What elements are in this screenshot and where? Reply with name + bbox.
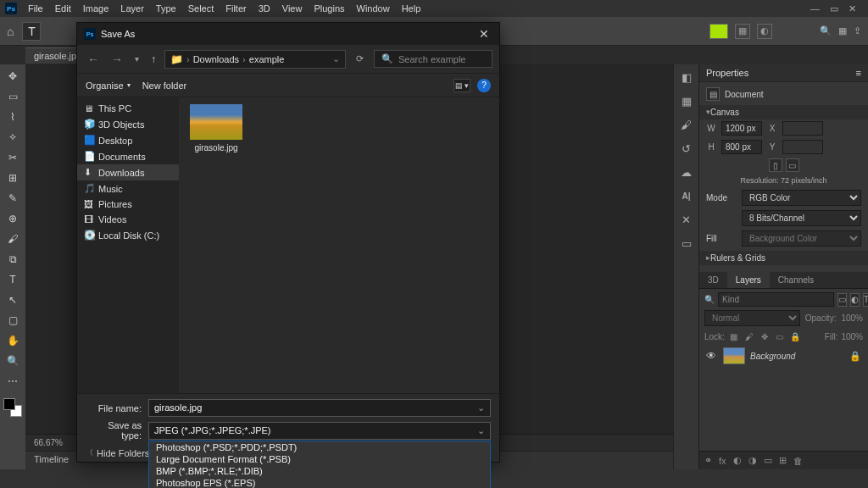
canvas-section[interactable]: Canvas [699, 105, 868, 119]
portrait-icon[interactable]: ▯ [769, 158, 782, 172]
zoom-level[interactable]: 66.67% [34, 438, 63, 447]
lasso-tool-icon[interactable]: ⌇ [3, 108, 22, 125]
text-tool-icon[interactable]: T [22, 22, 41, 41]
tab-3d[interactable]: 3D [699, 272, 727, 288]
properties-panel-header[interactable]: Properties≡ [699, 64, 868, 82]
move-tool-icon[interactable]: ✥ [3, 68, 22, 85]
chevron-down-icon[interactable]: ⌄ [477, 402, 485, 413]
actions-panel-icon[interactable]: ▭ [679, 236, 694, 251]
up-icon[interactable]: ↑ [147, 53, 159, 65]
lock-artboard-icon[interactable]: ▭ [774, 330, 786, 342]
brush-tool-icon[interactable]: 🖌 [3, 230, 22, 247]
menu-filter[interactable]: Filter [220, 2, 252, 15]
layer-filter-field[interactable] [718, 292, 834, 307]
group-icon[interactable]: ▭ [764, 455, 772, 466]
recent-icon[interactable]: ▾ [131, 54, 142, 64]
tab-layers[interactable]: Layers [727, 272, 770, 288]
history-panel-icon[interactable]: ↺ [679, 141, 694, 156]
more-tool-icon[interactable]: ⋯ [3, 373, 22, 390]
minimize-icon[interactable]: — [810, 3, 820, 14]
opacity-value[interactable]: 100% [841, 313, 863, 323]
format-option[interactable]: Photoshop EPS (*.EPS) [149, 477, 490, 489]
brushes-panel-icon[interactable]: 🖌 [679, 117, 694, 132]
share-icon[interactable]: ⇪ [854, 25, 861, 36]
type-tool-icon[interactable]: T [3, 271, 22, 288]
menu-help[interactable]: Help [396, 2, 427, 15]
tree-node-videos[interactable]: 🎞Videos [77, 212, 179, 227]
format-option[interactable]: BMP (*.BMP;*.RLE;*.DIB) [149, 465, 490, 477]
hide-folders-button[interactable]: 〈Hide Folders [86, 444, 149, 462]
organise-menu[interactable]: Organise▾ [86, 80, 131, 91]
menu-plugins[interactable]: Plugins [308, 2, 350, 15]
home-icon[interactable]: ⌂ [7, 25, 14, 38]
menu-view[interactable]: View [276, 2, 309, 15]
y-field[interactable] [782, 140, 823, 154]
layer-row[interactable]: 👁 Background 🔒 [704, 345, 863, 367]
close-icon[interactable]: ✕ [849, 3, 856, 14]
menu-window[interactable]: Window [351, 2, 396, 15]
panel-menu-icon[interactable]: ≡ [856, 68, 861, 78]
menu-layer[interactable]: Layer [114, 2, 150, 15]
back-icon[interactable]: ← [84, 53, 103, 66]
tree-node-local-disk-c-[interactable]: 💽Local Disk (C:) [77, 227, 179, 243]
width-field[interactable] [721, 121, 762, 136]
filename-field[interactable]: girasole.jpg⌄ [148, 399, 491, 417]
tab-channels[interactable]: Channels [770, 272, 822, 288]
delete-icon[interactable]: 🗑 [793, 456, 803, 466]
fill-select[interactable]: Background Color [742, 230, 861, 247]
chevron-down-icon[interactable]: ⌄ [477, 425, 485, 436]
marquee-tool-icon[interactable]: ▭ [3, 88, 22, 105]
breadcrumb-item[interactable]: example [249, 54, 285, 64]
tree-node-documents[interactable]: 📄Documents [77, 148, 179, 164]
menu-3d[interactable]: 3D [253, 2, 276, 15]
color-swatches[interactable] [3, 398, 22, 417]
adjustments-panel-icon[interactable]: ✕ [679, 212, 694, 227]
savetype-field[interactable]: JPEG (*.JPG;*.JPEG;*.JPE)⌄ [148, 422, 491, 440]
rulers-section[interactable]: Rulers & Grids [699, 251, 868, 265]
height-field[interactable] [721, 140, 762, 154]
zoom-tool-icon[interactable]: 🔍 [3, 352, 22, 369]
tree-node-pictures[interactable]: 🖼Pictures [77, 197, 179, 212]
swatches-panel-icon[interactable]: ▦ [679, 93, 694, 108]
menu-file[interactable]: File [22, 2, 49, 15]
x-field[interactable] [782, 121, 823, 136]
link-layers-icon[interactable]: ⚭ [704, 455, 712, 466]
filter-type-icon[interactable]: T [863, 293, 868, 307]
tree-node-desktop[interactable]: 🟦Desktop [77, 132, 179, 148]
breadcrumb-item[interactable]: Downloads [193, 54, 239, 64]
crop-tool-icon[interactable]: ✂ [3, 149, 22, 166]
tree-node-music[interactable]: 🎵Music [77, 180, 179, 197]
color-panel-icon[interactable]: ◧ [679, 69, 694, 85]
path-tool-icon[interactable]: ↖ [3, 291, 22, 308]
menu-select[interactable]: Select [182, 2, 220, 15]
tree-node-3d-objects[interactable]: 🧊3D Objects [77, 116, 179, 132]
forward-icon[interactable]: → [108, 53, 126, 66]
lock-pixels-icon[interactable]: ▦ [728, 330, 740, 342]
refresh-icon[interactable]: ⟳ [351, 53, 369, 64]
hand-tool-icon[interactable]: ✋ [3, 332, 22, 349]
filter-icon[interactable]: 🔍 [704, 295, 715, 304]
libraries-panel-icon[interactable]: ☁ [679, 164, 694, 180]
search-icon[interactable]: 🔍 [820, 25, 832, 36]
mask-mode-icon[interactable]: ◐ [757, 24, 772, 39]
3d-mode-icon[interactable]: ▦ [735, 24, 750, 39]
filter-type-icon[interactable]: ▭ [837, 293, 847, 307]
close-icon[interactable]: ✕ [476, 27, 492, 41]
character-panel-icon[interactable]: A| [679, 188, 694, 203]
stamp-tool-icon[interactable]: ⧉ [3, 251, 22, 268]
visibility-icon[interactable]: 👁 [706, 350, 718, 362]
view-mode-icon[interactable]: ▤ ▾ [453, 79, 470, 92]
format-option[interactable]: Photoshop (*.PSD;*.PDD;*.PSDT) [149, 441, 490, 453]
tree-node-downloads[interactable]: ⬇Downloads [77, 164, 179, 180]
foreground-swatch[interactable] [3, 398, 15, 410]
lock-all-icon[interactable]: 🔒 [789, 330, 801, 342]
heal-tool-icon[interactable]: ⊕ [3, 210, 22, 227]
mode-select[interactable]: RGB Color [742, 190, 861, 206]
color-chip[interactable] [709, 24, 728, 39]
new-folder-button[interactable]: New folder [142, 80, 187, 91]
menu-type[interactable]: Type [150, 2, 182, 15]
bits-select[interactable]: 8 Bits/Channel [742, 210, 861, 226]
blend-mode-select[interactable]: Normal [704, 310, 800, 326]
chevron-down-icon[interactable]: ⌄ [332, 53, 340, 64]
menu-image[interactable]: Image [77, 2, 115, 15]
